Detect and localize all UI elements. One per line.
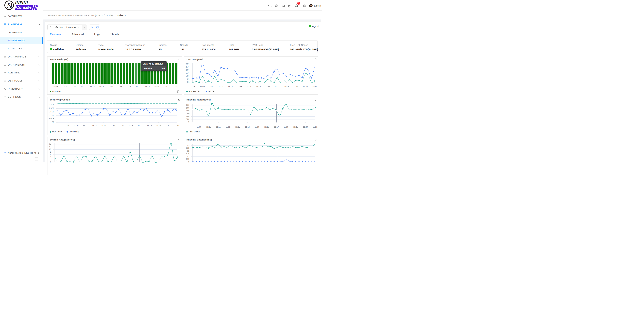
svg-text:N: N <box>7 1 12 9</box>
